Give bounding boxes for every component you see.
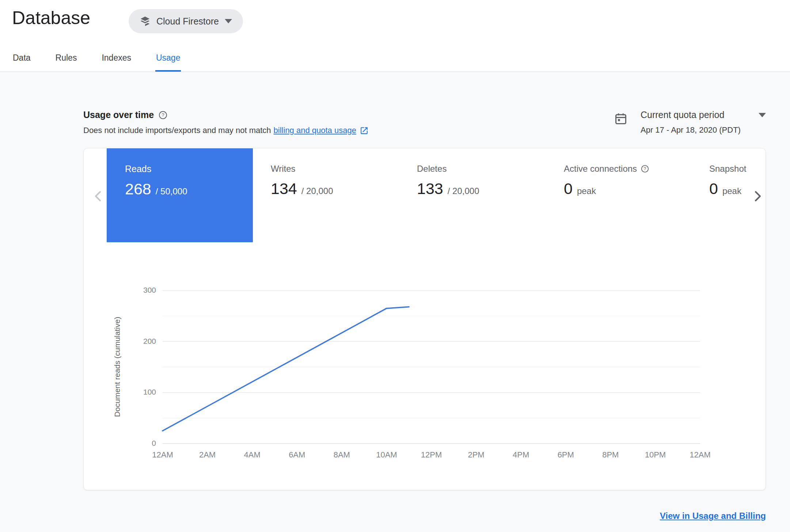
x-tick-label: 6PM [543,450,588,460]
x-tick-label: 12AM [678,450,722,460]
x-tick-label: 8PM [588,450,633,460]
tab-indexes[interactable]: Indexes [101,53,132,72]
usage-subtitle: Does not include imports/exports and may… [83,126,369,135]
product-selector-label: Cloud Firestore [156,16,219,27]
x-tick-label: 6AM [275,450,319,460]
tab-rules[interactable]: Rules [55,53,78,72]
page-title: Database [12,7,90,28]
help-icon[interactable]: ? [158,110,168,120]
y-tick-label: 0 [127,439,156,448]
tab-bar: DataRulesIndexesUsage [12,53,181,72]
tab-data[interactable]: Data [12,53,31,72]
x-tick-label: 4PM [499,450,543,460]
quota-period-label: Current quota period [641,110,724,120]
firestore-icon [140,16,151,27]
x-tick-label: 8AM [319,450,364,460]
arrow-drop-down-icon [759,113,766,117]
y-tick-label: 300 [127,286,156,294]
usage-card: Reads 268 / 50,000 Writes 134 / 20,000 D… [83,148,766,490]
usage-section-head: Usage over time ? [83,110,168,120]
x-tick-label: 10PM [633,450,677,460]
calendar-icon [614,112,628,126]
tab-usage[interactable]: Usage [155,53,181,72]
usage-chart: Document reads (cumulative) 010020030012… [84,148,766,490]
usage-subtitle-text: Does not include imports/exports and may… [83,126,271,135]
arrow-drop-down-icon [225,19,232,23]
usage-line [163,307,409,431]
usage-chart-svg [84,148,766,490]
billing-quota-usage-link[interactable]: billing and quota usage [274,126,356,135]
x-tick-label: 2PM [454,450,498,460]
header: Database Cloud Firestore DataRulesIndexe… [0,0,790,72]
quota-period-selector[interactable]: Current quota period [641,110,766,120]
y-tick-label: 200 [127,337,156,346]
svg-text:?: ? [162,112,164,118]
y-tick-label: 100 [127,388,156,396]
view-usage-billing-link[interactable]: View in Usage and Billing [660,511,766,521]
x-tick-label: 12PM [409,450,454,460]
x-tick-label: 10AM [364,450,409,460]
quota-period-date-range: Apr 17 - Apr 18, 2020 (PDT) [641,125,741,135]
firestore-usage-page: Database Cloud Firestore DataRulesIndexe… [0,0,790,532]
open-in-new-icon[interactable] [360,126,369,135]
x-tick-label: 2AM [185,450,230,460]
x-tick-label: 4AM [230,450,274,460]
x-tick-label: 12AM [140,450,185,460]
product-selector[interactable]: Cloud Firestore [129,9,243,33]
usage-over-time-heading: Usage over time [83,110,154,120]
